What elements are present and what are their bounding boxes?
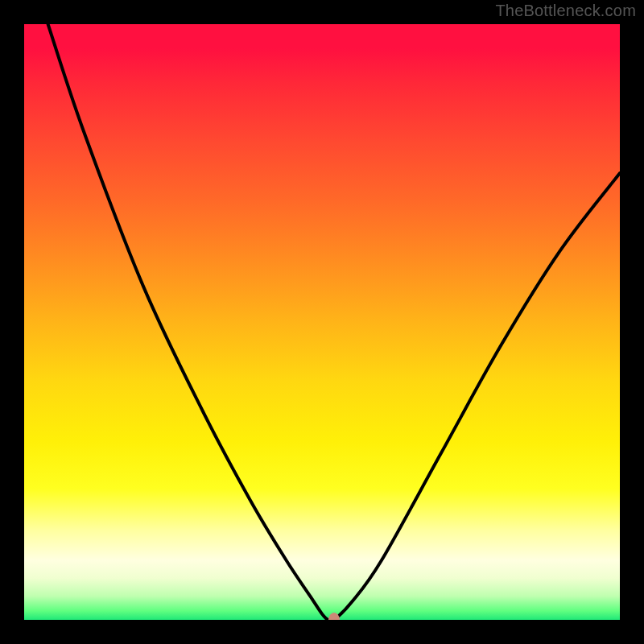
curve-svg	[24, 24, 620, 620]
chart-frame: TheBottleneck.com	[0, 0, 644, 644]
watermark-text: TheBottleneck.com	[495, 2, 636, 20]
bottleneck-curve	[48, 24, 620, 620]
plot-area	[24, 24, 620, 620]
